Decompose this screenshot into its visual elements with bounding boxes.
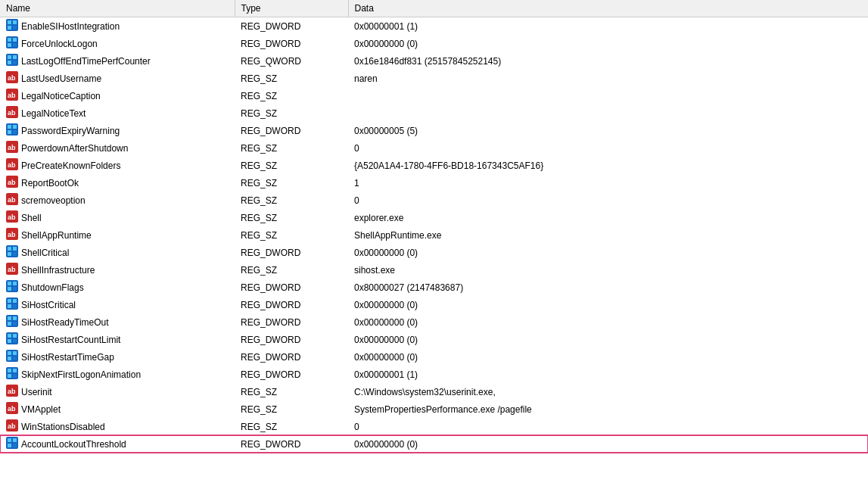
- table-row[interactable]: AccountLockoutThresholdREG_DWORD0x000000…: [0, 435, 868, 453]
- svg-rect-39: [8, 247, 11, 251]
- sz-icon: ab: [6, 141, 18, 155]
- table-row[interactable]: EnableSIHostIntegrationREG_DWORD0x000000…: [0, 17, 868, 36]
- table-row[interactable]: ab ShellInfrastructureREG_SZsihost.exe: [0, 261, 868, 279]
- svg-text:ab: ab: [8, 388, 16, 395]
- row-type: REG_DWORD: [235, 435, 348, 453]
- row-data: 0x00000000 (0): [348, 435, 868, 453]
- row-data: 0: [348, 192, 868, 209]
- table-row[interactable]: ab LastUsedUsernameREG_SZnaren: [0, 70, 868, 87]
- svg-rect-73: [8, 374, 11, 378]
- row-type: REG_SZ: [235, 70, 348, 87]
- svg-rect-11: [8, 55, 11, 59]
- svg-rect-1: [8, 20, 11, 24]
- sz-icon: ab: [6, 71, 18, 86]
- table-row[interactable]: ab scremoveoptionREG_SZ0: [0, 192, 868, 209]
- table-row[interactable]: SiHostCriticalREG_DWORD0x00000000 (0): [0, 296, 868, 313]
- row-name: ForceUnlockLogon: [0, 35, 235, 52]
- row-name: EnableSIHostIntegration: [0, 17, 235, 36]
- svg-text:ab: ab: [8, 92, 16, 99]
- svg-text:ab: ab: [8, 196, 16, 204]
- table-row[interactable]: LastLogOffEndTimePerfCounterREG_QWORD0x1…: [0, 52, 868, 70]
- svg-rect-57: [13, 316, 17, 320]
- svg-rect-62: [13, 334, 17, 338]
- row-name: ab scremoveoption: [0, 192, 235, 209]
- row-data: 0x00000000 (0): [348, 35, 868, 52]
- svg-rect-52: [13, 299, 17, 303]
- row-data: SystemPropertiesPerformance.exe /pagefil…: [348, 400, 868, 418]
- table-row[interactable]: ShutdownFlagsREG_DWORD0x80000027 (214748…: [0, 279, 868, 296]
- row-type: REG_DWORD: [235, 313, 348, 331]
- row-data: 1: [348, 174, 868, 192]
- row-type: REG_DWORD: [235, 17, 348, 36]
- svg-rect-47: [13, 282, 17, 285]
- registry-table[interactable]: Name Type Data EnableSIHostIntegrationRE…: [0, 0, 868, 486]
- svg-rect-4: [13, 26, 17, 30]
- table-row[interactable]: ShellCriticalREG_DWORD0x00000000 (0): [0, 244, 868, 261]
- sz-icon: ab: [6, 193, 18, 207]
- svg-rect-13: [8, 61, 11, 64]
- svg-text:ab: ab: [8, 405, 16, 413]
- dword-icon: [6, 437, 18, 451]
- svg-text:ab: ab: [8, 109, 16, 117]
- svg-rect-7: [13, 38, 17, 42]
- table-row[interactable]: ForceUnlockLogonREG_DWORD0x00000000 (0): [0, 35, 868, 52]
- row-data: 0x80000027 (2147483687): [348, 279, 868, 296]
- row-name: ab PowerdownAfterShutdown: [0, 139, 235, 157]
- row-type: REG_QWORD: [235, 52, 348, 70]
- table-row[interactable]: ab UserinitREG_SZC:\Windows\system32\use…: [0, 383, 868, 400]
- row-name: SiHostCritical: [0, 296, 235, 313]
- table-row[interactable]: SiHostRestartCountLimitREG_DWORD0x000000…: [0, 331, 868, 348]
- table-row[interactable]: ab LegalNoticeCaptionREG_SZ: [0, 87, 868, 104]
- svg-rect-64: [13, 339, 17, 343]
- col-header-name[interactable]: Name: [0, 0, 235, 17]
- row-data: [348, 104, 868, 122]
- table-row[interactable]: SkipNextFirstLogonAnimationREG_DWORD0x00…: [0, 366, 868, 383]
- svg-text:ab: ab: [8, 144, 16, 151]
- table-row[interactable]: ab VMAppletREG_SZSystemPropertiesPerform…: [0, 400, 868, 418]
- dword-icon: [6, 36, 18, 51]
- row-type: REG_SZ: [235, 192, 348, 209]
- sz-icon: ab: [6, 385, 18, 399]
- svg-text:ab: ab: [8, 266, 16, 273]
- dword-icon: [6, 298, 18, 312]
- row-name: LastLogOffEndTimePerfCounter: [0, 52, 235, 70]
- svg-rect-14: [13, 61, 17, 64]
- svg-rect-58: [8, 322, 11, 326]
- row-type: REG_DWORD: [235, 296, 348, 313]
- svg-rect-12: [13, 55, 17, 59]
- table-row[interactable]: SiHostReadyTimeOutREG_DWORD0x00000000 (0…: [0, 313, 868, 331]
- row-data: 0x00000000 (0): [348, 313, 868, 331]
- row-data: 0x16e1846df831 (25157845252145): [348, 52, 868, 70]
- svg-rect-2: [13, 20, 17, 24]
- row-type: REG_DWORD: [235, 366, 348, 383]
- table-row[interactable]: PasswordExpiryWarningREG_DWORD0x00000005…: [0, 122, 868, 139]
- table-row[interactable]: ab PowerdownAfterShutdownREG_SZ0: [0, 139, 868, 157]
- table-row[interactable]: ab WinStationsDisabledREG_SZ0: [0, 418, 868, 435]
- row-data: 0: [348, 418, 868, 435]
- row-name: ab LastUsedUsername: [0, 70, 235, 87]
- row-name: ShellCritical: [0, 244, 235, 261]
- table-row[interactable]: ab PreCreateKnownFoldersREG_SZ{A520A1A4-…: [0, 157, 868, 174]
- table-row[interactable]: ab ShellREG_SZexplorer.exe: [0, 209, 868, 226]
- sz-icon: ab: [6, 419, 18, 434]
- row-name: ab VMApplet: [0, 400, 235, 418]
- svg-rect-67: [13, 351, 17, 355]
- svg-text:ab: ab: [8, 161, 16, 169]
- row-type: REG_SZ: [235, 400, 348, 418]
- row-name: SiHostReadyTimeOut: [0, 313, 235, 331]
- col-header-type[interactable]: Type: [235, 0, 348, 17]
- svg-rect-54: [13, 304, 17, 308]
- col-header-data[interactable]: Data: [348, 0, 868, 17]
- svg-rect-22: [8, 125, 11, 129]
- table-row[interactable]: ab LegalNoticeTextREG_SZ: [0, 104, 868, 122]
- svg-rect-66: [8, 351, 11, 355]
- dword-icon: [6, 245, 18, 260]
- dword-icon: [6, 367, 18, 382]
- table-row[interactable]: ab ReportBootOkREG_SZ1: [0, 174, 868, 192]
- svg-rect-48: [8, 287, 11, 291]
- row-type: REG_SZ: [235, 174, 348, 192]
- table-row[interactable]: ab ShellAppRuntimeREG_SZShellAppRuntime.…: [0, 226, 868, 244]
- dword-icon: [6, 280, 18, 294]
- table-row[interactable]: SiHostRestartTimeGapREG_DWORD0x00000000 …: [0, 348, 868, 366]
- svg-rect-40: [13, 247, 17, 251]
